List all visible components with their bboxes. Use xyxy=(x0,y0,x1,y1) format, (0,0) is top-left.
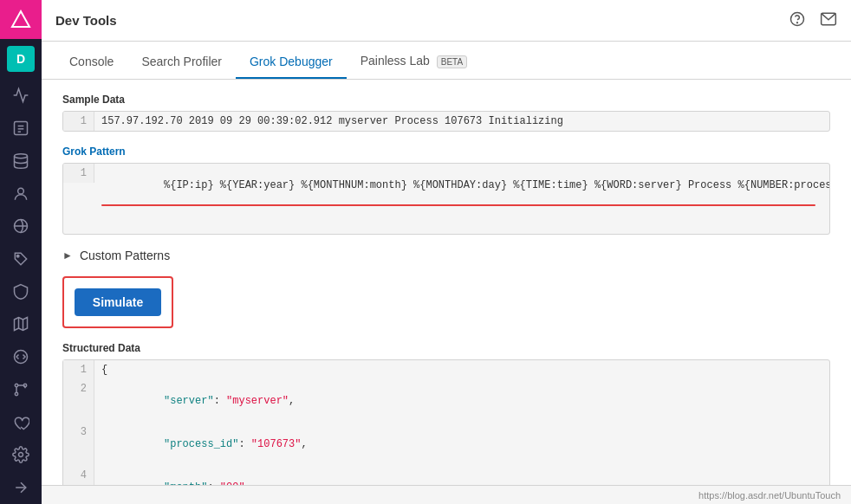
svg-point-8 xyxy=(16,255,19,257)
svg-rect-1 xyxy=(15,122,28,135)
json-linenum-3: 3 xyxy=(63,423,94,466)
grok-underline xyxy=(101,204,815,206)
sidebar-icon-heart[interactable] xyxy=(0,406,42,439)
json-linenum-4: 4 xyxy=(63,466,94,485)
json-line-2: 2 "server": "myserver", xyxy=(63,379,829,423)
sidebar-icon-tag[interactable] xyxy=(0,242,42,275)
json-content-1: { xyxy=(94,360,829,379)
sidebar-icon-globe[interactable] xyxy=(0,210,42,242)
tabs: Console Search Profiler Grok Debugger Pa… xyxy=(42,42,851,80)
sidebar-icon-analytics[interactable] xyxy=(0,79,42,112)
sidebar-icon-branch[interactable] xyxy=(0,373,42,406)
json-content-4: "month": "09", xyxy=(94,466,829,485)
json-content-3: "process_id": "107673", xyxy=(94,423,829,466)
help-icon[interactable] xyxy=(789,10,806,31)
json-linenum-1: 1 xyxy=(63,360,94,379)
svg-point-19 xyxy=(797,22,798,23)
topbar-title: Dev Tools xyxy=(55,13,117,28)
simulate-wrapper: Simulate xyxy=(62,276,173,328)
tab-grok-debugger[interactable]: Grok Debugger xyxy=(236,46,347,79)
svg-marker-0 xyxy=(12,11,29,27)
topbar-icons xyxy=(789,10,837,31)
content-area: Sample Data 1 157.97.192.70 2019 09 29 0… xyxy=(42,80,851,485)
sample-data-label: Sample Data xyxy=(62,94,830,106)
main-content: Dev Tools Console Search Profiler Grok xyxy=(42,0,851,504)
sidebar-icon-gear[interactable] xyxy=(0,439,42,472)
tab-search-profiler[interactable]: Search Profiler xyxy=(127,46,236,79)
structured-data-editor: 1 { 2 "server": "myserver", 3 "process_i… xyxy=(62,359,830,485)
statusbar-url: https://blog.asdr.net/UbuntuTouch xyxy=(698,490,841,501)
svg-point-15 xyxy=(15,392,17,395)
grok-pattern-label: Grok Pattern xyxy=(62,145,830,158)
grok-pattern-editor[interactable]: 1 %{IP:ip} %{YEAR:year} %{MONTHNUM:month… xyxy=(62,163,830,235)
json-line-4: 4 "month": "09", xyxy=(63,466,829,485)
mail-icon[interactable] xyxy=(820,10,837,31)
svg-point-16 xyxy=(19,453,23,457)
svg-marker-9 xyxy=(15,318,28,331)
sample-data-editor[interactable]: 1 157.97.192.70 2019 09 29 00:39:02.912 … xyxy=(62,111,830,132)
sidebar-icon-map[interactable] xyxy=(0,308,42,341)
grok-line-number: 1 xyxy=(63,164,94,183)
sidebar-icon-user[interactable] xyxy=(0,178,42,210)
grok-pattern-content[interactable]: %{IP:ip} %{YEAR:year} %{MONTHNUM:month} … xyxy=(94,164,829,234)
sidebar-icon-shield[interactable] xyxy=(0,275,42,308)
sidebar: D xyxy=(0,0,42,504)
grok-pattern-line: 1 %{IP:ip} %{YEAR:year} %{MONTHNUM:month… xyxy=(63,164,829,234)
json-line-1: 1 { xyxy=(63,360,829,379)
sidebar-icon-database[interactable] xyxy=(0,145,42,178)
tab-painless-lab[interactable]: Painless Lab BETA xyxy=(347,45,481,79)
line-number-1: 1 xyxy=(63,112,94,131)
sample-data-line: 1 157.97.192.70 2019 09 29 00:39:02.912 … xyxy=(63,112,829,131)
sample-data-content[interactable]: 157.97.192.70 2019 09 29 00:39:02.912 my… xyxy=(94,112,829,131)
structured-data-label: Structured Data xyxy=(62,342,830,354)
beta-badge: BETA xyxy=(437,55,467,68)
svg-point-13 xyxy=(15,384,17,386)
simulate-button[interactable]: Simulate xyxy=(75,288,161,316)
svg-point-5 xyxy=(15,153,28,158)
avatar[interactable]: D xyxy=(7,46,35,72)
json-linenum-2: 2 xyxy=(63,379,94,423)
tab-console[interactable]: Console xyxy=(55,46,127,79)
chevron-right-icon: ► xyxy=(62,249,73,262)
sidebar-icon-list[interactable] xyxy=(0,112,42,145)
sidebar-icon-code[interactable] xyxy=(0,340,42,373)
custom-patterns-label: Custom Patterns xyxy=(80,249,170,262)
statusbar: https://blog.asdr.net/UbuntuTouch xyxy=(42,485,851,504)
svg-point-6 xyxy=(18,188,24,194)
custom-patterns-row[interactable]: ► Custom Patterns xyxy=(62,249,830,262)
sidebar-icon-menu[interactable] xyxy=(0,471,42,504)
json-line-3: 3 "process_id": "107673", xyxy=(63,423,829,466)
app-logo[interactable] xyxy=(0,0,42,39)
json-content-2: "server": "myserver", xyxy=(94,379,829,423)
topbar: Dev Tools xyxy=(42,0,851,42)
